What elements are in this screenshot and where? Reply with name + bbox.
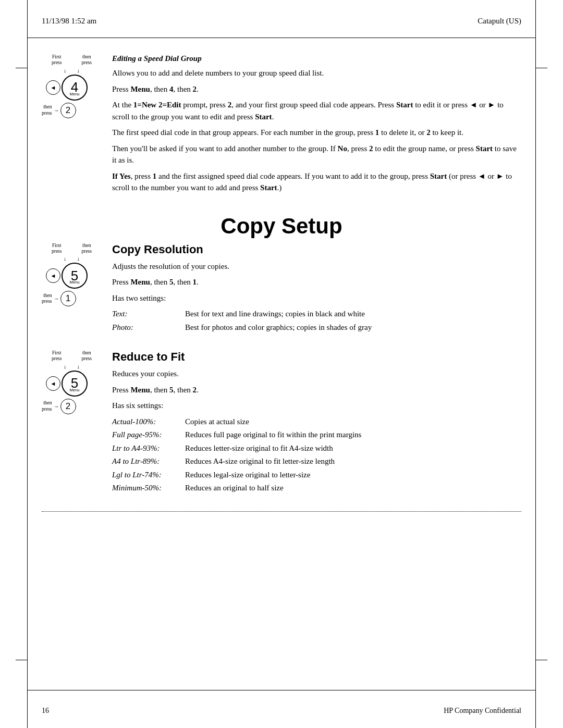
resolution-text: Copy Resolution Adjusts the resolution o… (112, 243, 521, 335)
editing-section: Firstpress thenpress ↓ ↓ ◄ 4 Menu thenpr… (42, 54, 521, 198)
5-bold-res: 5 (169, 278, 174, 286)
page-header: 11/13/98 1:52 am Catapult (US) (0, 0, 563, 31)
bottom-rule (27, 690, 536, 690)
big-circle-resolution: 5 Menu (62, 263, 88, 289)
arrow-circle-editing: ◄ (46, 80, 60, 95)
labels-top-editing: Firstpress thenpress (42, 54, 102, 66)
settings-row-lgl-ltr: Lgl to Ltr-74%: Reduces legal-size origi… (112, 469, 521, 481)
resolution-para3: Has two settings: (112, 292, 521, 304)
menu-text-editing: Menu (70, 92, 80, 96)
copy-setup-title: Copy Setup (221, 214, 342, 238)
start-bold-3: Start (476, 144, 493, 153)
a4-ltr-key: A4 to Ltr-89%: (112, 455, 185, 467)
side-mark-bottom-left (16, 660, 27, 660)
1-bold-del: 1 (375, 128, 380, 137)
key-diagram-reduce: Firstpress thenpress ↓ ↓ ◄ 5 Menu thenpr… (42, 350, 102, 414)
editing-para3: At the 1=New 2=Edit prompt, press 2, and… (112, 99, 521, 122)
ltr-a4-val: Reduces letter-size original to fit A4-s… (185, 442, 521, 454)
editing-para5: Then you'll be asked if you want to add … (112, 143, 521, 166)
settings-row-a4-ltr: A4 to Ltr-89%: Reduces A4-size original … (112, 455, 521, 467)
menu-bold-res: Menu (130, 278, 150, 286)
editing-para4: The first speed dial code in that group … (112, 127, 521, 139)
reduce-para1: Reduces your copies. (112, 368, 521, 380)
reduce-title: Reduce to Fit (112, 350, 521, 364)
2b-bold: 2 (228, 101, 232, 109)
actual-key: Actual-100%: (112, 416, 185, 428)
settings-row-minimum: Minimum-50%: Reduces an original to half… (112, 482, 521, 494)
start-bold-5: Start (260, 183, 277, 192)
then-row-editing: thenpress → 2 (42, 103, 102, 118)
no-bold: No (338, 144, 347, 153)
then-press-label-reduce: thenpress (72, 350, 102, 362)
reduce-para3: Has six settings: (112, 400, 521, 412)
2-bold-red: 2 (193, 386, 197, 394)
editing-para2: Press Menu, then 4, then 2. (112, 83, 521, 95)
down-arrow-right-editing: ↓ (77, 67, 80, 73)
fullpage-val: Reduces full page original to fit within… (185, 429, 521, 441)
main-key-row-reduce: ◄ 5 Menu (46, 371, 102, 397)
editing-text: Editing a Speed Dial Group Allows you to… (112, 54, 521, 198)
small-circle-reduce: 2 (60, 399, 76, 414)
start-bold-4: Start (430, 172, 447, 180)
footer-company: HP Company Confidential (444, 707, 521, 715)
down-arrow-right-reduce: ↓ (77, 363, 80, 369)
header-date: 11/13/98 1:52 am (42, 17, 96, 26)
arrow-circle-reduce: ◄ (46, 376, 60, 391)
first-press-label-resolution: Firstpress (42, 243, 72, 255)
main-content: Firstpress thenpress ↓ ↓ ◄ 4 Menu thenpr… (0, 39, 563, 538)
side-mark-top-left (16, 68, 27, 68)
menu-text-resolution: Menu (70, 280, 80, 285)
then-label-resolution: thenpress (42, 293, 52, 305)
5-bold-red: 5 (169, 386, 174, 394)
editing-para1: Allows you to add and delete numbers to … (112, 67, 521, 79)
text-key: Text: (112, 308, 185, 320)
lgl-ltr-key: Lgl to Ltr-74%: (112, 469, 185, 481)
big-circle-reduce: 5 Menu (62, 371, 88, 397)
lgl-ltr-val: Reduces legal-size original to letter-si… (185, 469, 521, 481)
small-circle-editing: 2 (60, 103, 76, 118)
text-val: Best for text and line drawings; copies … (185, 308, 521, 320)
big-circle-editing: 4 Menu (62, 75, 88, 101)
4-bold: 4 (169, 85, 174, 93)
settings-row-fullpage: Full page-95%: Reduces full page origina… (112, 429, 521, 441)
settings-row-photo: Photo: Best for photos and color graphic… (112, 322, 521, 334)
reduce-settings: Actual-100%: Copies at actual size Full … (112, 416, 521, 494)
labels-top-reduce: Firstpress thenpress (42, 350, 102, 362)
side-mark-top-right (536, 68, 547, 68)
main-key-row-editing: ◄ 4 Menu (46, 75, 102, 101)
start-bold-2: Start (255, 113, 272, 121)
then-row-resolution: thenpress → 1 (42, 291, 102, 306)
copy-resolution-section: Firstpress thenpress ↓ ↓ ◄ 5 Menu thenpr… (42, 243, 521, 335)
then-arrow-reduce: → (54, 403, 59, 410)
down-arrow-left-editing: ↓ (64, 67, 67, 73)
actual-val: Copies at actual size (185, 416, 521, 428)
settings-row-text: Text: Best for text and line drawings; c… (112, 308, 521, 320)
settings-row-ltr-a4: Ltr to A4-93%: Reduces letter-size origi… (112, 442, 521, 454)
dotted-separator (42, 511, 521, 512)
ifyes-bold: If Yes (112, 172, 131, 180)
1-bold-add: 1 (153, 172, 157, 180)
then-label-reduce: thenpress (42, 400, 52, 412)
start-bold-1: Start (396, 101, 413, 109)
then-press-label-resolution: thenpress (72, 243, 102, 255)
down-arrow-left-reduce: ↓ (64, 363, 67, 369)
then-press-label-editing: thenpress (72, 54, 102, 66)
minimum-key: Minimum-50%: (112, 482, 185, 494)
first-press-label-reduce: Firstpress (42, 350, 72, 362)
menu-bold-red: Menu (130, 386, 150, 394)
minimum-val: Reduces an original to half size (185, 482, 521, 494)
key-diagram-editing: Firstpress thenpress ↓ ↓ ◄ 4 Menu thenpr… (42, 54, 102, 118)
main-key-row-resolution: ◄ 5 Menu (46, 263, 102, 289)
ltr-a4-key: Ltr to A4-93%: (112, 442, 185, 454)
key-diagram-resolution: Firstpress thenpress ↓ ↓ ◄ 5 Menu thenpr… (42, 243, 102, 307)
2-bold-keep: 2 (426, 128, 431, 137)
labels-top-resolution: Firstpress thenpress (42, 243, 102, 255)
menu-text-reduce: Menu (70, 388, 80, 392)
top-rule (27, 38, 536, 38)
reduce-text: Reduce to Fit Reduces your copies. Press… (112, 350, 521, 496)
a4-ltr-val: Reduces A4-size original to fit letter-s… (185, 455, 521, 467)
editing-para6: If Yes, press 1 and the first assigned s… (112, 170, 521, 194)
header-title: Catapult (US) (478, 17, 521, 26)
down-arrow-left-resolution: ↓ (64, 255, 67, 262)
then-label-editing: thenpress (42, 104, 52, 116)
